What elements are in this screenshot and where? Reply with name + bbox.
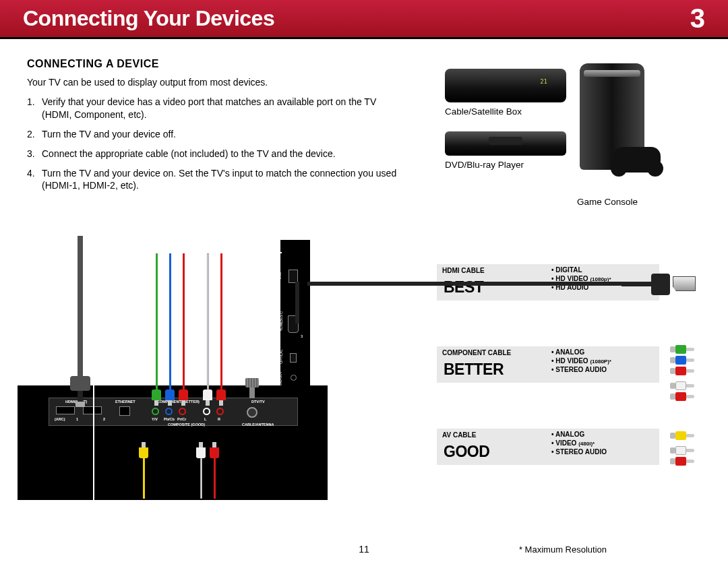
chapter-title: Connecting Your Devices bbox=[23, 6, 274, 31]
game-console-device bbox=[580, 63, 644, 170]
hdmi1-num: 1 bbox=[76, 417, 78, 421]
av-rating: GOOD bbox=[437, 441, 551, 465]
device-illustrations: Cable/Satellite Box DVD/Blu-ray Player G… bbox=[445, 69, 715, 170]
av-bullets: • ANALOG • VIDEO (480i)* • STEREO AUDIO bbox=[551, 429, 607, 465]
rca-white2-icon bbox=[670, 446, 696, 455]
diagram-frame-top bbox=[93, 252, 282, 253]
cable-box-icon bbox=[445, 69, 566, 102]
rca-yellow-icon bbox=[670, 431, 696, 440]
av-info-box: AV CABLE GOOD • ANALOG • VIDEO (480i)* •… bbox=[437, 429, 659, 465]
hdmi-rating: BEST bbox=[437, 277, 551, 301]
arc-label: (ARC) bbox=[55, 417, 65, 421]
hdmi-hwire bbox=[307, 282, 665, 286]
hdmi-cable-label: HDMI CABLE bbox=[437, 264, 538, 277]
step-3: Connect the appropriate cable (not inclu… bbox=[27, 148, 404, 160]
diagram-frame-left bbox=[93, 252, 437, 519]
rca-blue-icon bbox=[670, 356, 696, 365]
step-1: Verify that your device has a video port… bbox=[27, 96, 404, 121]
rca-red3-icon bbox=[670, 457, 696, 466]
component-bullets: • ANALOG • HD VIDEO (1080P)* • STEREO AU… bbox=[551, 346, 611, 383]
hdmi-cable-vertical bbox=[78, 236, 83, 377]
connection-diagram: USB HDMI(BEST) 3 OPTICAL AUDIO OUT HDMI(… bbox=[18, 240, 710, 543]
step-4: Turn the TV and your device on. Set the … bbox=[27, 167, 404, 193]
rca-green-icon bbox=[670, 345, 696, 354]
component-cable-label: COMPONENT CABLE bbox=[437, 346, 538, 359]
av-rca-group bbox=[670, 431, 696, 468]
chapter-number: 3 bbox=[690, 3, 705, 34]
component-info-box: COMPONENT CABLE BETTER • ANALOG • HD VID… bbox=[437, 346, 659, 383]
component-rating: BETTER bbox=[437, 359, 551, 383]
controller-icon bbox=[613, 147, 661, 173]
rca-white-icon bbox=[670, 381, 696, 390]
rca-red2-icon bbox=[670, 392, 696, 401]
page-number: 11 bbox=[359, 544, 369, 555]
av-cable-label: AV CABLE bbox=[437, 429, 538, 441]
hdmi-connector-icon bbox=[646, 274, 696, 298]
console-label: Game Console bbox=[577, 197, 638, 207]
hdmi-vwire-to-side bbox=[295, 282, 299, 323]
chapter-header: Connecting Your Devices 3 bbox=[0, 0, 728, 39]
step-2: Turn the TV and your device off. bbox=[27, 128, 404, 141]
steps-list: Verify that your device has a video port… bbox=[27, 96, 404, 192]
rca-red-icon bbox=[670, 367, 696, 375]
dvd-label: DVD/Blu-ray Player bbox=[445, 160, 566, 170]
hdmi1-port-icon bbox=[56, 406, 75, 414]
footnote: * Maximum Resolution bbox=[519, 544, 607, 555]
cable-box-label: Cable/Satellite Box bbox=[445, 106, 566, 117]
component-rca-group bbox=[670, 345, 696, 403]
cable-box-device: Cable/Satellite Box DVD/Blu-ray Player bbox=[445, 69, 566, 170]
dvd-player-icon bbox=[445, 131, 566, 156]
